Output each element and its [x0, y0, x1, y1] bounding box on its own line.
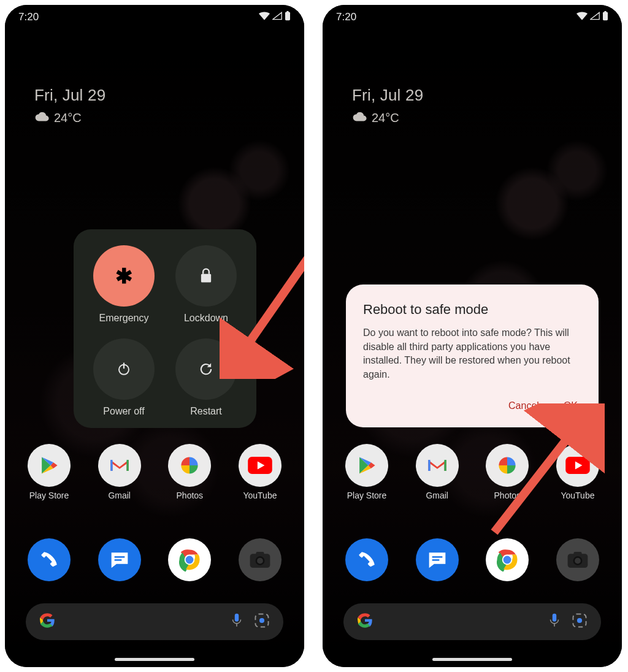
date-weather-widget[interactable]: Fri, Jul 29 24°C [352, 86, 423, 125]
svg-rect-22 [432, 556, 442, 558]
google-g-icon [357, 613, 373, 631]
svg-rect-23 [432, 559, 439, 561]
nav-handle[interactable] [115, 658, 194, 661]
phone-right: 7:20 Fri, Jul 29 24°C [323, 5, 622, 667]
lens-icon[interactable] [254, 613, 270, 631]
lens-icon[interactable] [572, 613, 588, 631]
app-chrome[interactable] [159, 538, 220, 581]
app-play-store[interactable]: Play Store [336, 444, 397, 500]
date-weather-widget[interactable]: Fri, Jul 29 24°C [34, 86, 105, 125]
app-play-store[interactable]: Play Store [18, 444, 80, 500]
app-chrome[interactable] [477, 538, 538, 581]
app-row: Play Store Gmail Photos YouTube [18, 444, 291, 500]
dock [336, 538, 608, 581]
svg-rect-12 [235, 614, 239, 622]
photos-icon [486, 444, 529, 487]
app-messages[interactable] [89, 538, 150, 581]
power-menu-lockdown[interactable]: Lockdown [168, 245, 244, 324]
phone-icon [28, 538, 71, 581]
date-text: Fri, Jul 29 [34, 86, 105, 105]
svg-point-30 [575, 558, 581, 564]
youtube-icon [556, 444, 599, 487]
app-youtube[interactable]: YouTube [547, 444, 608, 500]
app-camera[interactable] [547, 538, 608, 581]
signal-icon [590, 11, 600, 23]
chrome-icon [486, 538, 529, 581]
dock [18, 538, 291, 581]
svg-rect-15 [201, 274, 211, 283]
app-phone[interactable] [336, 538, 397, 581]
messages-icon [416, 538, 459, 581]
app-messages[interactable] [407, 538, 468, 581]
app-phone[interactable] [18, 538, 80, 581]
gmail-icon [98, 444, 141, 487]
svg-rect-17 [123, 363, 124, 369]
ok-button[interactable]: OK [560, 395, 581, 416]
power-menu-poweroff[interactable]: Power off [86, 338, 162, 417]
app-gmail[interactable]: Gmail [407, 444, 468, 500]
power-menu-label: Power off [103, 406, 144, 417]
svg-rect-19 [603, 12, 608, 20]
photos-icon [168, 444, 211, 487]
app-label: Photos [177, 491, 204, 500]
app-label: Gmail [426, 491, 448, 500]
status-bar: 7:20 [5, 5, 304, 29]
dialog-body: Do you want to reboot into safe mode? Th… [363, 326, 581, 382]
google-g-icon [39, 613, 55, 631]
signal-icon [272, 11, 282, 23]
wifi-icon [576, 11, 588, 23]
app-gmail[interactable]: Gmail [89, 444, 150, 500]
temperature-text: 24°C [54, 111, 82, 125]
svg-rect-3 [114, 556, 124, 558]
dialog-actions: Cancel OK [363, 395, 581, 416]
mic-icon[interactable] [231, 613, 243, 631]
app-photos[interactable]: Photos [159, 444, 220, 500]
cancel-button[interactable]: Cancel [505, 395, 543, 416]
svg-point-14 [259, 618, 264, 623]
phone-icon [345, 538, 388, 581]
svg-rect-20 [604, 11, 606, 12]
wifi-icon [259, 11, 270, 23]
search-bar[interactable] [343, 603, 601, 640]
power-icon [93, 338, 155, 400]
app-row: Play Store Gmail Photos YouTube [336, 444, 608, 500]
messages-icon [98, 538, 141, 581]
status-bar: 7:20 [323, 5, 622, 29]
battery-icon [602, 11, 608, 24]
app-youtube[interactable]: YouTube [229, 444, 291, 500]
svg-rect-28 [573, 552, 581, 556]
dialog-title: Reboot to safe mode [363, 302, 581, 318]
restart-icon [175, 338, 237, 400]
camera-icon [239, 538, 281, 581]
cloud-icon [352, 111, 367, 125]
temperature-text: 24°C [372, 111, 399, 125]
phone-left: 7:20 Fri, Jul 29 24°C [5, 5, 304, 667]
svg-rect-9 [256, 552, 264, 556]
lock-icon [175, 245, 237, 307]
date-text: Fri, Jul 29 [352, 86, 423, 105]
status-icons [259, 11, 291, 24]
nav-handle[interactable] [432, 658, 512, 661]
app-camera[interactable] [229, 538, 291, 581]
svg-rect-31 [553, 614, 557, 622]
asterisk-icon: ✱ [93, 245, 155, 307]
play-store-icon [345, 444, 388, 487]
battery-icon [285, 11, 291, 24]
svg-rect-4 [114, 559, 121, 561]
svg-rect-1 [286, 11, 288, 12]
power-menu-restart[interactable]: Restart [168, 338, 244, 417]
nav-bar [323, 658, 622, 661]
mic-icon[interactable] [548, 613, 561, 631]
gmail-icon [416, 444, 459, 487]
search-bar[interactable] [26, 603, 283, 640]
app-label: Gmail [108, 491, 131, 500]
chrome-icon [168, 538, 211, 581]
app-label: YouTube [561, 491, 594, 500]
status-icons [576, 11, 608, 24]
power-menu-emergency[interactable]: ✱ Emergency [86, 245, 162, 324]
app-photos[interactable]: Photos [477, 444, 538, 500]
youtube-icon [239, 444, 281, 487]
nav-bar [5, 658, 304, 661]
app-label: Photos [494, 491, 521, 500]
power-menu-label: Emergency [99, 313, 149, 324]
